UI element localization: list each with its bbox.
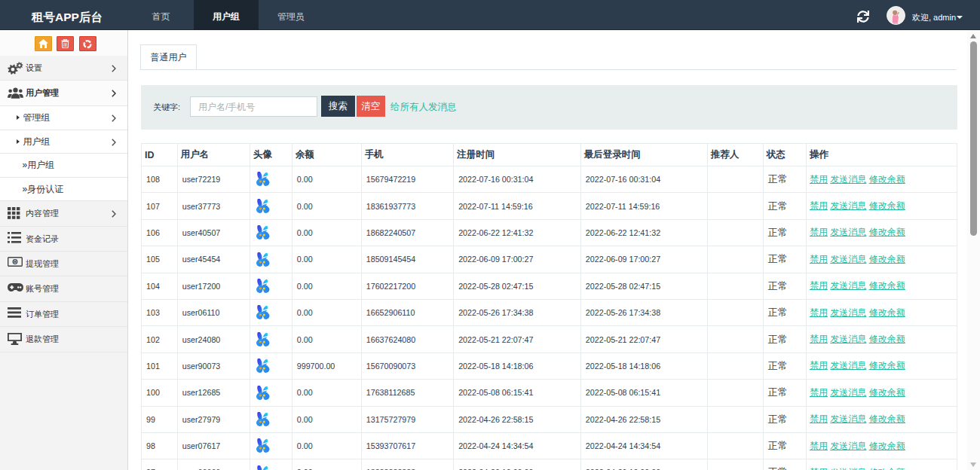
svg-text:0: 0: [14, 259, 17, 264]
